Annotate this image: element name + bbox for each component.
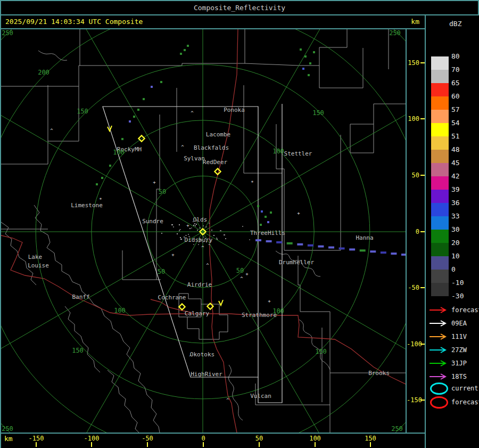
timestamp-label: 2025/09/21 14:03:34 UTC Composite xyxy=(5,15,143,28)
legend-label: 111V xyxy=(451,333,467,340)
y-axis-tick-label: 150 xyxy=(407,59,419,67)
legend-label: 18TS xyxy=(451,373,467,380)
y-axis-tick-label: -50 xyxy=(407,284,419,291)
x-axis-tick-mark xyxy=(259,442,260,447)
range-ring-label: 100 xyxy=(113,149,125,156)
storm-legend: forecast09EA111V27ZW31JP18TScurrentforec… xyxy=(426,15,479,448)
title-bar: Composite_Reflectivity xyxy=(1,1,478,15)
info-bar: 2025/09/21 14:03:34 UTC Composite km xyxy=(1,15,425,29)
y-axis-tick-mark xyxy=(420,287,425,288)
x-axis-tick-label: -50 xyxy=(142,435,153,442)
legend-row-current: current xyxy=(426,382,479,393)
31jp-arrow-icon xyxy=(429,360,451,367)
range-ring-label: 150 xyxy=(72,347,84,354)
window-title: Composite_Reflectivity xyxy=(194,4,285,12)
legend-label: 31JP xyxy=(451,360,467,367)
y-axis-tick-label: -100 xyxy=(407,340,419,348)
x-axis-tick-mark xyxy=(315,442,316,447)
y-axis-tick-label: 0 xyxy=(407,228,419,235)
range-ring-label: 50 xyxy=(158,268,165,275)
range-ring-label: 100 xyxy=(272,307,284,315)
range-ring-label: 250 xyxy=(2,425,13,433)
x-axis-tick-label: 50 xyxy=(255,435,263,442)
legend-row-27zw: 27ZW xyxy=(426,346,479,354)
legend-row-forecast: forecast xyxy=(426,396,479,407)
legend-label: 09EA xyxy=(451,320,467,327)
legend-row-31jp: 31JP xyxy=(426,360,479,367)
x-axis-tick-label: 0 xyxy=(201,435,205,442)
x-axis-tick-label: -150 xyxy=(29,435,44,442)
x-axis-tick-label: 150 xyxy=(365,435,376,442)
current-ellipse-icon xyxy=(430,382,448,395)
range-ring-label: 150 xyxy=(315,348,327,355)
x-axis-tick-label: -100 xyxy=(84,435,100,442)
y-axis-tick-mark xyxy=(420,175,425,176)
legend-label: forecast xyxy=(451,398,479,406)
y-axis-tick-label: 50 xyxy=(407,172,419,179)
y-axis-tick-mark xyxy=(420,400,425,401)
x-axis-tick-mark xyxy=(203,442,204,447)
radar-map: ^^^^^^^^++++++** PonokaLacombeBlackfalds… xyxy=(1,29,406,433)
y-axis-tick-mark xyxy=(420,231,425,232)
radar-viewer-window: Composite_Reflectivity 2025/09/21 14:03:… xyxy=(0,0,479,448)
x-axis-tick-mark xyxy=(370,442,371,447)
unit-label-top: km xyxy=(411,15,419,28)
range-ring-label: 200 xyxy=(38,69,49,76)
legend-label: forecast xyxy=(451,306,479,314)
right-axis: 150100500-50-100-150 xyxy=(407,29,425,433)
colorbar-panel: dBZ 807065605754514845423936333020100-10… xyxy=(426,15,479,448)
range-ring-label: 50 xyxy=(236,267,244,274)
y-axis-tick-label: 100 xyxy=(407,115,419,123)
111v-arrow-icon xyxy=(429,333,451,340)
y-axis-tick-mark xyxy=(420,62,425,63)
range-ring-label: 250 xyxy=(2,29,13,37)
09ea-arrow-icon xyxy=(429,320,451,327)
x-axis-tick-mark xyxy=(91,442,92,447)
18ts-arrow-icon xyxy=(429,373,451,380)
range-ring-label: 150 xyxy=(312,109,324,117)
27zw-arrow-icon xyxy=(429,346,451,354)
legend-row-18ts: 18TS xyxy=(426,373,479,380)
range-ring-label: 100 xyxy=(272,148,284,155)
legend-row-09ea: 09EA xyxy=(426,320,479,327)
legend-row-forecast: forecast xyxy=(426,306,479,314)
range-ring-label: 50 xyxy=(159,188,166,196)
x-axis-tick-mark xyxy=(36,442,37,447)
unit-label-bottom: km xyxy=(4,435,13,443)
range-ring-label: 100 xyxy=(114,307,126,314)
ring-label-layer: 5010015020025010015025050100150250501001… xyxy=(1,29,406,433)
x-axis-tick-mark xyxy=(147,442,148,447)
x-axis-tick-label: 100 xyxy=(309,435,321,442)
bottom-axis: km -150-100-50050100150 xyxy=(1,434,425,448)
range-ring-label: 250 xyxy=(391,425,403,433)
range-ring-label: 250 xyxy=(389,29,401,37)
legend-row-111v: 111V xyxy=(426,333,479,340)
forecast-ellipse-icon xyxy=(430,396,448,409)
forecast-arrow-icon xyxy=(429,306,451,314)
y-axis-tick-mark xyxy=(420,344,425,345)
legend-label: 27ZW xyxy=(451,346,467,354)
legend-label: current xyxy=(451,385,478,392)
y-axis-tick-mark xyxy=(420,118,425,119)
range-ring-label: 150 xyxy=(77,108,88,115)
y-axis-tick-label: -150 xyxy=(407,396,419,404)
